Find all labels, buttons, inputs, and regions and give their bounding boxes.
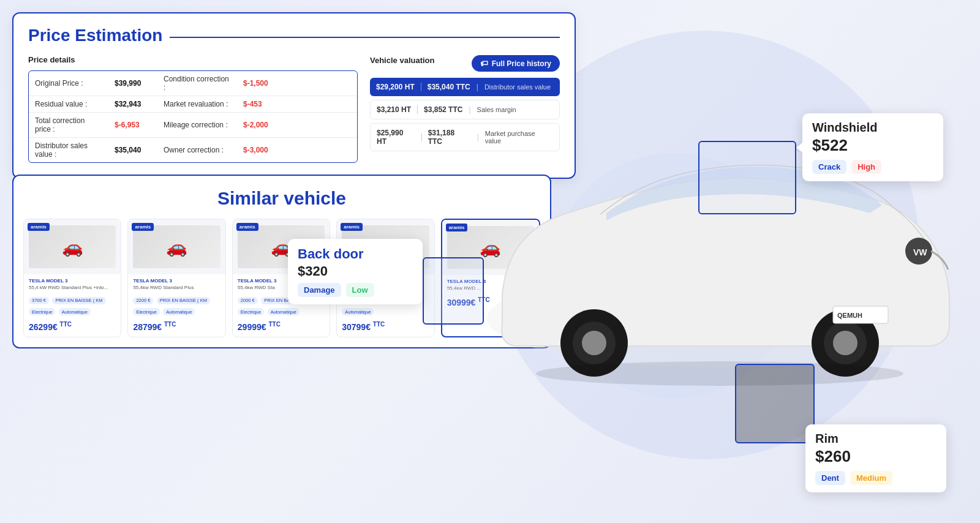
- tag: PRIX EN BAISSE ( KM: [157, 297, 210, 304]
- value-owner-correction: $-3,000: [237, 138, 357, 163]
- tag: Automatique: [59, 308, 91, 315]
- car-card-body-2: TESLA MODEL 3 55,4kw RWD Standard Plus 2…: [128, 274, 225, 337]
- rim-popup: Rim $260 Dent Medium: [805, 424, 946, 492]
- car-card-body-1: TESLA MODEL 3 55,4 kW RWD Standard Plus …: [24, 274, 121, 337]
- table-row: Total correction price : $-6,953 Mileage…: [29, 113, 357, 138]
- value-market-revaluation: $-453: [237, 96, 357, 113]
- rim-badges: Dent Medium: [815, 471, 937, 485]
- back-door-badges: Damage Low: [298, 283, 413, 297]
- car-card-2[interactable]: aramis 🚗 TESLA MODEL 3 55,4kw RWD Standa…: [127, 219, 225, 337]
- table-row: Original Price : $39,990 Condition corre…: [29, 71, 357, 96]
- tag: Electrique: [133, 308, 159, 315]
- main-container: Price Estimation Price details Original …: [0, 0, 980, 523]
- val-divider-dark-2: [421, 133, 422, 141]
- rim-severity-badge: Medium: [850, 471, 892, 485]
- windshield-badges: Crack High: [812, 160, 933, 174]
- door-selection-box: [423, 257, 484, 325]
- car-price-3: 29999€ TTC: [238, 321, 325, 332]
- vehicle-valuation-header: Vehicle valuation: [370, 56, 435, 65]
- windshield-selection-box: [698, 141, 796, 214]
- label-owner-correction: Owner correction :: [157, 138, 237, 163]
- back-door-popup: Back door $320 Damage Low: [288, 239, 423, 304]
- value-total-correction: $-6,953: [108, 113, 157, 138]
- label-original-price: Original Price :: [29, 71, 108, 96]
- car-image-2: aramis 🚗: [128, 219, 225, 274]
- rim-selection-box: [735, 364, 815, 443]
- tag: Electrique: [238, 308, 264, 315]
- aramis-badge-1: aramis: [28, 223, 50, 231]
- car-tags-2: 2200 € PRIX EN BAISSE ( KM Electrique Au…: [133, 293, 220, 316]
- val-ht-3: $25,990 HT: [377, 129, 415, 146]
- back-door-price: $320: [298, 263, 413, 279]
- label-market-revaluation: Market revaluation :: [157, 96, 237, 113]
- car-desc-2: 55,4kw RWD Standard Plus: [133, 285, 220, 291]
- svg-text:VW: VW: [913, 247, 927, 257]
- label-condition-correction: Condition correction :: [157, 71, 237, 96]
- svg-point-6: [833, 331, 858, 355]
- back-door-type-badge: Damage: [298, 283, 341, 297]
- value-original-price: $39,990: [108, 71, 157, 96]
- value-residual-value: $32,943: [108, 96, 157, 113]
- label-residual-value: Residual value :: [29, 96, 108, 113]
- tag: PRIX EN BAISSE ( KM: [52, 297, 105, 304]
- tag: Automatique: [163, 308, 195, 315]
- aramis-badge-4: aramis: [341, 223, 363, 231]
- table-row: Residual value : $32,943 Market revaluat…: [29, 96, 357, 113]
- rim-type-badge: Dent: [815, 471, 845, 485]
- price-table: Original Price : $39,990 Condition corre…: [29, 71, 357, 162]
- windshield-type-badge: Crack: [812, 160, 846, 174]
- rim-price: $260: [815, 447, 937, 466]
- tag: Automatique: [268, 308, 300, 315]
- car-model-2: TESLA MODEL 3: [133, 278, 220, 284]
- val-divider: [421, 83, 421, 91]
- svg-point-3: [582, 331, 606, 355]
- tag: Electrique: [29, 308, 55, 315]
- car-price-4: 30799€ TTC: [342, 321, 429, 332]
- tag: 2000 €: [238, 297, 258, 304]
- car-model-1: TESLA MODEL 3: [29, 278, 116, 284]
- car-card-1[interactable]: aramis 🚗 TESLA MODEL 3 55,4 kW RWD Stand…: [23, 219, 121, 337]
- tag: Automatique: [342, 308, 374, 315]
- windshield-price: $522: [812, 136, 933, 155]
- car-silhouette-1: 🚗: [29, 225, 116, 268]
- aramis-badge-3: aramis: [236, 223, 258, 231]
- car-price-2: 28799€ TTC: [133, 321, 220, 332]
- aramis-badge-2: aramis: [132, 223, 154, 231]
- label-distributor-value: Distributor sales value :: [29, 138, 108, 163]
- car-desc-1: 55,4 kW RWD Standard Plus +into...: [29, 285, 116, 291]
- price-details-section: Price details Original Price : $39,990 C…: [28, 55, 358, 163]
- tag: 2200 €: [133, 297, 153, 304]
- table-row: Distributor sales value : $35,040 Owner …: [29, 138, 357, 163]
- title-underline: [170, 37, 560, 38]
- windshield-severity-badge: High: [851, 160, 881, 174]
- value-distributor-value: $35,040: [108, 138, 157, 163]
- back-door-severity-badge: Low: [346, 283, 374, 297]
- car-silhouette-2: 🚗: [133, 225, 221, 268]
- val-ht-2: $3,210 HT: [377, 105, 411, 114]
- svg-point-11: [536, 361, 903, 386]
- label-mileage-correction: Mileage correction :: [157, 113, 237, 138]
- windshield-popup: Windshield $522 Crack High: [802, 113, 943, 181]
- value-mileage-correction: $-2,000: [237, 113, 357, 138]
- svg-text:QЕМUH: QЕМUH: [837, 312, 862, 319]
- title-text: Price Estimation: [28, 26, 162, 45]
- val-ht-1: $29,200 HT: [376, 83, 415, 91]
- rim-title: Rim: [815, 432, 937, 446]
- windshield-title: Windshield: [812, 121, 933, 135]
- back-door-title: Back door: [298, 246, 413, 262]
- popup-arrow: [796, 143, 802, 152]
- car-image-1: aramis 🚗: [24, 219, 121, 274]
- car-tags-1: 3700 € PRIX EN BAISSE ( KM Electrique Au…: [29, 293, 116, 316]
- car-price-1: 26299€ TTC: [29, 321, 116, 332]
- tag: 3700 €: [29, 297, 49, 304]
- price-details-header: Price details: [28, 55, 358, 64]
- price-estimation-title: Price Estimation: [28, 26, 560, 45]
- value-condition-correction: $-1,500: [237, 71, 357, 96]
- label-total-correction: Total correction price :: [29, 113, 108, 138]
- price-details-table: Original Price : $39,990 Condition corre…: [28, 70, 358, 163]
- val-divider-dark: [417, 105, 418, 114]
